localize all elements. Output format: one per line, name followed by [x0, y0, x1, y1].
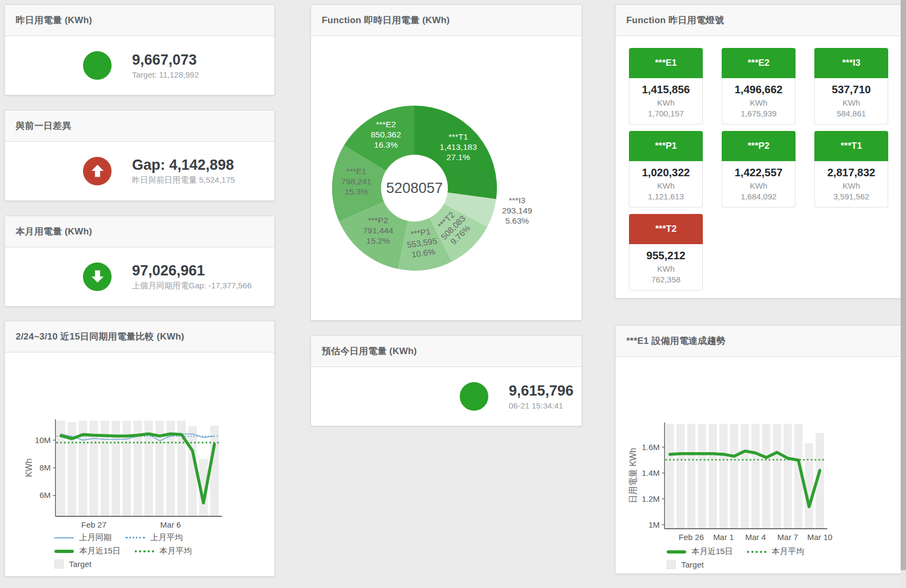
tile-unit: KWh: [631, 264, 701, 273]
y-tick-label: 8M: [39, 463, 51, 472]
light-tile-e1: ***E11,415,856KWh1,700,157: [629, 48, 703, 124]
panel-day-gap: 與前一日差異 Gap: 4,142,898 昨日與前日用電量 5,524,175: [4, 110, 275, 201]
panel-month-usage: 本月用電量 (KWh) 97,026,961 上個月同期用電Gap: -17,3…: [4, 216, 275, 307]
target-bar: [687, 424, 696, 529]
legend-label: 本月平均: [772, 547, 804, 557]
stat-group: Gap: 4,142,898 昨日與前日用電量 5,524,175: [83, 157, 235, 185]
x-tick-label: Mar 10: [807, 532, 833, 542]
status-circle-icon: [460, 382, 488, 411]
panel-title: 預估今日用電量 (KWh): [322, 345, 417, 357]
panel-header: 2/24~3/10 近15日同期用電量比較 (KWh): [5, 321, 274, 352]
vertical-scrollbar[interactable]: [901, 0, 906, 588]
tile-target-value: 762,358: [631, 275, 701, 284]
panel-body: 97,026,961 上個月同期用電Gap: -17,377,566: [5, 247, 274, 306]
legend-item-本月近15日[interactable]: 本月近15日: [667, 547, 733, 557]
stat-subtitle: Target: 11,128,992: [132, 70, 199, 79]
tile-body: 955,212KWh762,358: [629, 244, 703, 290]
panel-header: Function 即時日用電量 (KWh): [311, 5, 582, 36]
tile-header-label: ***I3: [814, 48, 888, 78]
y-tick-label: 10M: [35, 435, 51, 445]
target-bar: [730, 424, 738, 529]
tile-value: 2,817,832: [816, 167, 887, 179]
stat-text: 9,667,073 Target: 11,128,992: [132, 52, 199, 79]
x-tick-label: Feb 27: [81, 520, 107, 529]
tile-unit: KWh: [723, 98, 794, 107]
arrow-up-circle-icon: [83, 157, 112, 185]
panel-body: 1M1.2M1.4M1.6MFeb 26Mar 1Mar 4Mar 7Mar 1…: [615, 357, 902, 573]
tile-header-label: ***P1: [629, 131, 703, 161]
panel-header: ***E1 設備用電達成趨勢: [615, 326, 902, 357]
panel-yesterday-usage: 昨日用電量 (KWh) 9,667,073 Target: 11,128,992: [4, 4, 275, 95]
legend-item-上月同期[interactable]: 上月同期: [54, 532, 112, 543]
x-tick-label: Mar 1: [713, 532, 734, 542]
legend-label: 本月近15日: [691, 547, 733, 557]
stat-text: 9,615,796 06-21 15:34:41: [509, 383, 573, 410]
tile-target-value: 1,700,157: [631, 109, 701, 118]
stat-subtitle: 昨日與前日用電量 5,524,175: [132, 175, 235, 185]
scrollbar-thumb[interactable]: [901, 0, 906, 570]
legend-item-本月近15日[interactable]: 本月近15日: [54, 546, 121, 556]
target-bar: [805, 443, 814, 529]
target-bar: [698, 424, 707, 529]
lights-grid: ***E11,415,856KWh1,700,157***E21,496,662…: [615, 36, 902, 290]
tile-target-value: 584,861: [816, 109, 887, 118]
tile-header-label: ***E2: [722, 48, 796, 78]
realtime-donut-chart: ***T11,413,18327.1%***I3293,1495.63%***T…: [311, 36, 580, 320]
panel-estimate-today: 預估今日用電量 (KWh) 9,615,796 06-21 15:34:41: [310, 335, 582, 426]
panel-header: 預估今日用電量 (KWh): [311, 336, 582, 367]
target-bar: [762, 424, 771, 529]
dashboard-page: 昨日用電量 (KWh) 9,667,073 Target: 11,128,992…: [0, 0, 906, 588]
stat-value: Gap: 4,142,898: [132, 157, 235, 174]
legend-row: 本月近15日本月平均: [54, 546, 192, 556]
legend-item-Target[interactable]: Target: [667, 560, 704, 569]
y-tick-label: 6M: [39, 490, 51, 500]
stat-group: 9,667,073 Target: 11,128,992: [83, 51, 199, 80]
legend-item-本月平均[interactable]: 本月平均: [747, 547, 804, 557]
panel-title: 本月用電量 (KWh): [16, 225, 92, 238]
legend-label: 本月近15日: [79, 546, 121, 556]
panel-body: Gap: 4,142,898 昨日與前日用電量 5,524,175: [5, 142, 274, 200]
legend-swatch-icon: [54, 550, 74, 553]
tile-unit: KWh: [723, 181, 794, 190]
light-tile-p1: ***P11,020,322KWh1,121,613: [629, 131, 703, 207]
legend-swatch-icon: [667, 550, 686, 554]
light-tile-e2: ***E21,496,662KWh1,675,939: [722, 48, 796, 124]
legend-row: Target: [667, 560, 804, 569]
legend-item-本月平均[interactable]: 本月平均: [135, 546, 192, 556]
stat-value: 9,615,796: [509, 383, 573, 399]
panel-title: 與前一日差異: [16, 120, 71, 132]
stat-group: 97,026,961 上個月同期用電Gap: -17,377,566: [83, 262, 252, 291]
light-tile-i3: ***I3537,710KWh584,861: [814, 48, 888, 124]
stat-text: 97,026,961 上個月同期用電Gap: -17,377,566: [132, 262, 252, 291]
tile-unit: KWh: [816, 98, 887, 107]
legend-item-Target[interactable]: Target: [54, 559, 92, 569]
target-bar: [720, 424, 728, 529]
tile-value: 1,020,322: [631, 167, 701, 179]
panel-header: 與前一日差異: [5, 110, 274, 142]
panel-body: 9,615,796 06-21 15:34:41: [311, 367, 582, 426]
panel-body: 9,667,073 Target: 11,128,992: [5, 36, 274, 95]
target-bar: [773, 424, 781, 529]
tile-value: 1,415,856: [631, 84, 701, 96]
tile-value: 955,212: [631, 250, 701, 262]
panel-header: 本月用電量 (KWh): [5, 216, 274, 247]
target-bar: [784, 424, 792, 529]
y-tick-label: 1.6M: [642, 442, 660, 452]
tile-target-value: 3,591,562: [816, 192, 887, 201]
legend-swatch-icon: [667, 560, 676, 569]
legend-label: 上月平均: [150, 532, 183, 543]
target-bar: [751, 424, 760, 529]
tile-header-label: ***T1: [814, 131, 888, 161]
legend-item-上月平均[interactable]: 上月平均: [126, 532, 183, 543]
legend-swatch-icon: [747, 551, 766, 553]
y-axis-title: 日用電量 KWh: [628, 448, 638, 503]
panel-header: 昨日用電量 (KWh): [5, 5, 274, 36]
x-tick-label: Mar 7: [777, 532, 798, 542]
panel-yesterday-lights: Function 昨日用電燈號 ***E11,415,856KWh1,700,1…: [615, 4, 902, 299]
panel-title: Function 昨日用電燈號: [626, 14, 724, 26]
y-tick-label: 1M: [648, 520, 660, 529]
tile-unit: KWh: [816, 181, 887, 190]
tile-body: 1,415,856KWh1,700,157: [629, 78, 703, 124]
stat-text: Gap: 4,142,898 昨日與前日用電量 5,524,175: [132, 157, 235, 185]
tile-target-value: 1,675,939: [723, 109, 794, 118]
